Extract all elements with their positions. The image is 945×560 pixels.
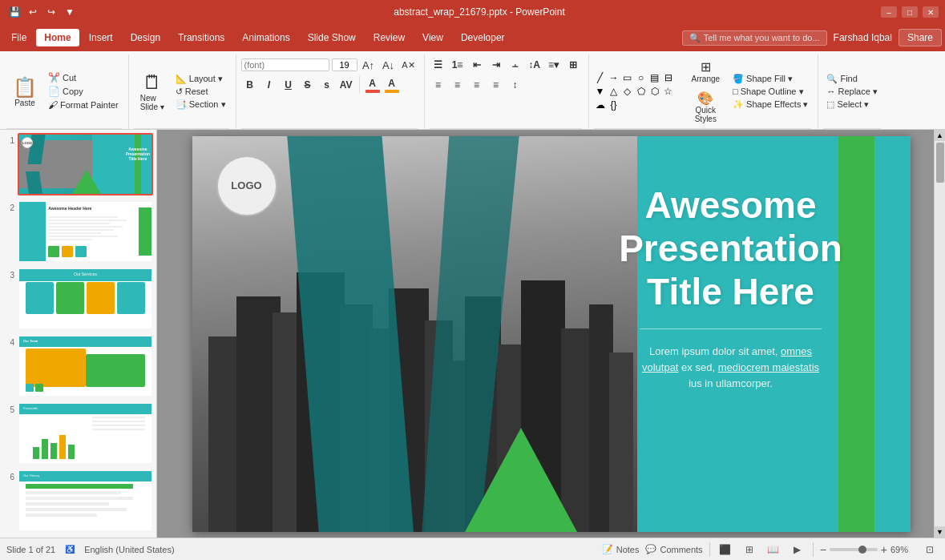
line-spacing-button[interactable]: ↕ (507, 76, 524, 94)
slide-thumbnail-1[interactable]: 1 LOGO AwesomePresentationTitle Here (3, 133, 153, 195)
shape-hex[interactable]: ⬡ (648, 85, 661, 98)
underline-button[interactable]: U (280, 76, 297, 94)
minimize-button[interactable]: – (881, 6, 897, 18)
shape-oval[interactable]: ○ (635, 71, 648, 84)
slide-thumbnail-3[interactable]: 3 Our Services (3, 268, 153, 330)
maximize-button[interactable]: □ (902, 6, 918, 18)
text-direction-button[interactable]: ↕A (526, 56, 543, 74)
arrange-button[interactable]: ⊞Arrange (685, 56, 727, 87)
search-box[interactable]: 🔍 Tell me what you want to do... (682, 30, 827, 46)
quick-access-toolbar[interactable]: 💾 ↩ ↪ ▼ (6, 4, 78, 20)
slide-thumbnail-6[interactable]: 6 Our History (3, 469, 153, 532)
slide-thumbnail-5[interactable]: 5 Financials (3, 402, 153, 465)
font-color-button[interactable]: A (364, 76, 382, 94)
vertical-scrollbar[interactable]: ▲ ▼ (934, 130, 945, 538)
shape-line[interactable]: ╱ (594, 71, 607, 84)
shape-outline-button[interactable]: □Shape Outline ▾ (729, 86, 811, 98)
menu-slideshow[interactable]: Slide Show (300, 29, 364, 46)
font-name-input[interactable] (241, 58, 329, 71)
menu-animations[interactable]: Animations (234, 29, 297, 46)
strikethrough-button[interactable]: S (299, 76, 317, 94)
slide-img-6[interactable]: Our History (18, 469, 153, 532)
shape-tri[interactable]: △ (608, 85, 620, 98)
cut-button[interactable]: ✂️Cut (45, 71, 122, 84)
shape-arrow[interactable]: → (608, 71, 620, 84)
bullets-button[interactable]: ☰ (430, 56, 447, 74)
scroll-track[interactable] (935, 141, 945, 526)
align-text-button[interactable]: ≡▾ (545, 56, 563, 74)
slide-panel[interactable]: 1 LOGO AwesomePresentationTitle Here 2 (0, 130, 157, 538)
scroll-thumb[interactable] (936, 143, 944, 183)
replace-button[interactable]: ↔Replace ▾ (823, 86, 880, 98)
menu-review[interactable]: Review (365, 29, 413, 46)
undo-button[interactable]: ↩ (25, 4, 41, 20)
scroll-up-button[interactable]: ▲ (935, 130, 946, 141)
text-shadow-button[interactable]: s (318, 76, 336, 94)
slide-img-1[interactable]: LOGO AwesomePresentationTitle Here (18, 133, 153, 195)
menu-view[interactable]: View (414, 29, 451, 46)
shape-fill-button[interactable]: 🪣Shape Fill ▾ (729, 73, 811, 85)
character-spacing-button[interactable]: AV (337, 76, 355, 94)
menu-design[interactable]: Design (123, 29, 168, 46)
shape-diamond[interactable]: ◇ (621, 85, 634, 98)
shape-penta[interactable]: ⬠ (635, 85, 648, 98)
slide-thumbnail-4[interactable]: 4 Our Team (3, 335, 153, 397)
fit-slide-button[interactable]: ⊡ (921, 541, 939, 558)
increase-indent-button[interactable]: ⇥ (487, 56, 505, 74)
slide-img-3[interactable]: Our Services (18, 268, 153, 330)
clear-format-button[interactable]: A✕ (400, 56, 418, 74)
menu-home[interactable]: Home (36, 29, 79, 46)
menu-file[interactable]: File (3, 29, 34, 46)
zoom-slider[interactable] (830, 548, 878, 551)
comments-button[interactable]: 💬 Comments (645, 544, 702, 554)
notes-button[interactable]: 📝 Notes (602, 544, 640, 554)
menu-developer[interactable]: Developer (453, 29, 513, 46)
scroll-down-button[interactable]: ▼ (935, 526, 946, 538)
shape-cloud[interactable]: ☁ (594, 99, 607, 111)
highlight-button[interactable]: A (383, 76, 401, 94)
select-button[interactable]: ⬚Select ▾ (823, 99, 880, 111)
align-justify-button[interactable]: ≡ (487, 76, 505, 94)
shape-bracket[interactable]: {} (608, 99, 620, 111)
align-center-button[interactable]: ≡ (449, 76, 466, 94)
italic-button[interactable]: I (260, 76, 278, 94)
section-button[interactable]: 📑Section ▾ (172, 99, 229, 111)
menu-insert[interactable]: Insert (81, 29, 121, 46)
paste-button[interactable]: 📋 Paste (6, 73, 43, 111)
slide-img-5[interactable]: Financials (18, 402, 153, 465)
slideshow-button[interactable]: ▶ (789, 541, 806, 558)
redo-button[interactable]: ↪ (43, 4, 59, 20)
shape-scroll[interactable]: ⊟ (662, 71, 675, 84)
reading-view-button[interactable]: 📖 (765, 541, 782, 558)
columns-button[interactable]: ⫠ (507, 56, 524, 74)
new-slide-button[interactable]: 🗒 NewSlide ▾ (134, 68, 171, 115)
align-right-button[interactable]: ≡ (468, 76, 486, 94)
shape-more[interactable]: ▤ (648, 71, 661, 84)
font-size-input[interactable] (332, 58, 357, 71)
align-left-button[interactable]: ≡ (430, 76, 447, 94)
format-painter-button[interactable]: 🖌Format Painter (45, 99, 122, 111)
shape-rect[interactable]: ▭ (621, 71, 634, 84)
slide-thumbnail-2[interactable]: 2 Awesome Header Here (3, 200, 153, 263)
find-button[interactable]: 🔍Find (823, 73, 880, 85)
shape-down[interactable]: ▼ (594, 85, 607, 98)
slide-img-2[interactable]: Awesome Header Here (18, 200, 153, 263)
smartart-button[interactable]: ⊞ (564, 56, 582, 74)
decrease-font-button[interactable]: A↓ (380, 56, 398, 74)
accessibility-icon[interactable]: ♿ (65, 545, 75, 554)
close-button[interactable]: ✕ (923, 6, 939, 18)
zoom-area[interactable]: − + 69% (820, 543, 915, 556)
zoom-out-button[interactable]: − (820, 543, 826, 556)
copy-button[interactable]: 📄Copy (45, 85, 122, 98)
zoom-thumb[interactable] (858, 546, 866, 554)
menu-transitions[interactable]: Transitions (170, 29, 232, 46)
shape-effects-button[interactable]: ✨Shape Effects ▾ (729, 99, 811, 111)
normal-view-button[interactable]: ⬛ (717, 541, 734, 558)
share-button[interactable]: Share (899, 29, 942, 46)
slide-img-4[interactable]: Our Team (18, 335, 153, 397)
reset-button[interactable]: ↺Reset (172, 86, 229, 98)
customize-qat-button[interactable]: ▼ (62, 4, 78, 20)
decrease-indent-button[interactable]: ⇤ (468, 56, 486, 74)
layout-button[interactable]: 📐Layout ▾ (172, 73, 229, 85)
quick-styles-button[interactable]: 🎨QuickStyles (685, 87, 727, 127)
